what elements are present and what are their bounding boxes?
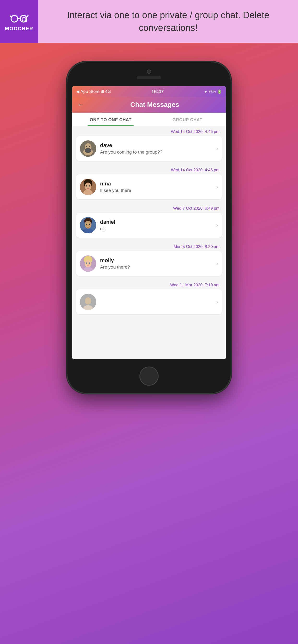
svg-point-31 <box>87 266 89 266</box>
phone-camera <box>147 70 151 74</box>
svg-line-3 <box>10 15 11 17</box>
phone-device: ◀ App Store ıll 4G 16:47 ➤ 73% 🔋 ← Chat … <box>67 62 231 393</box>
chat-info-last <box>100 302 212 302</box>
chat-preview-dave: Are you coming to the group?? <box>100 150 212 155</box>
chat-name-daniel: daniel <box>100 219 212 225</box>
chevron-dave[interactable]: › <box>216 145 218 152</box>
chat-item-last: Wed,11 Mar 2020, 7:19 am <box>72 279 226 318</box>
svg-point-30 <box>89 262 90 264</box>
svg-point-11 <box>86 146 87 147</box>
svg-point-12 <box>89 146 90 147</box>
chat-card-last[interactable]: › <box>76 290 222 314</box>
chat-card-daniel[interactable]: daniel ok › <box>76 213 222 238</box>
svg-point-24 <box>89 224 90 225</box>
svg-point-29 <box>86 262 87 264</box>
chat-date-molly: Mon,5 Oct 2020, 8:20 am <box>76 241 222 251</box>
phone-speaker <box>137 76 161 79</box>
chat-preview-nina: Il see you there <box>100 188 212 193</box>
chat-preview-molly: Are you there? <box>100 264 212 270</box>
chat-info-nina: nina Il see you there <box>100 181 212 193</box>
tabs-container: ONE TO ONE CHAT GROUP CHAT <box>72 112 226 126</box>
chat-list: Wed,14 Oct 2020, 4:46 pm <box>72 126 226 360</box>
chat-date-nina: Wed,14 Oct 2020, 4:46 pm <box>76 164 222 174</box>
svg-point-18 <box>87 188 89 189</box>
svg-point-16 <box>86 186 87 187</box>
back-button[interactable]: ← <box>77 101 84 108</box>
svg-point-17 <box>89 186 90 187</box>
chat-name-molly: molly <box>100 257 212 264</box>
avatar-last <box>80 294 96 310</box>
chat-date-daniel: Wed,7 Oct 2020, 6:49 pm <box>76 203 222 213</box>
chat-info-molly: molly Are you there? <box>100 257 212 270</box>
status-left: ◀ App Store ıll 4G <box>76 89 111 94</box>
svg-point-5 <box>22 17 26 21</box>
chat-date-dave: Wed,14 Oct 2020, 4:46 pm <box>76 126 222 136</box>
logo-box: MOOCHER <box>0 0 38 43</box>
chat-card-dave[interactable]: dave Are you coming to the group?? › <box>76 136 222 161</box>
chat-info-daniel: daniel ok <box>100 219 212 232</box>
chat-item-molly: Mon,5 Oct 2020, 8:20 am <box>72 241 226 279</box>
status-time: 16:47 <box>152 89 164 94</box>
avatar-nina <box>80 179 96 195</box>
avatar-daniel <box>80 217 96 233</box>
app-header: ← Chat Messages <box>72 97 226 112</box>
top-banner: MOOCHER Interact via one to one private … <box>0 0 298 43</box>
screen-content: ◀ App Store ıll 4G 16:47 ➤ 73% 🔋 ← Chat … <box>72 86 226 360</box>
svg-point-10 <box>85 148 91 153</box>
status-bar: ◀ App Store ıll 4G 16:47 ➤ 73% 🔋 <box>72 86 226 97</box>
chat-name-nina: nina <box>100 181 212 187</box>
logo-icon <box>10 12 29 24</box>
chevron-daniel[interactable]: › <box>216 222 218 228</box>
banner-description: Interact via one to one private / group … <box>38 9 298 34</box>
chat-card-molly[interactable]: molly Are you there? › <box>76 251 222 276</box>
chevron-last[interactable]: › <box>216 298 218 305</box>
header-title: Chat Messages <box>89 101 221 108</box>
chat-card-nina[interactable]: nina Il see you there › <box>76 174 222 199</box>
status-right: ➤ 73% 🔋 <box>204 89 222 94</box>
svg-line-4 <box>27 15 28 17</box>
tab-one-to-one[interactable]: ONE TO ONE CHAT <box>72 112 149 126</box>
svg-point-23 <box>86 224 87 225</box>
chat-info-dave: dave Are you coming to the group?? <box>100 142 212 155</box>
phone-wrapper: ◀ App Store ıll 4G 16:47 ➤ 73% 🔋 ← Chat … <box>0 43 298 393</box>
chat-item-dave: Wed,14 Oct 2020, 4:46 pm <box>72 126 226 164</box>
chat-item-daniel: Wed,7 Oct 2020, 6:49 pm <box>72 203 226 241</box>
avatar-molly <box>80 256 96 272</box>
tab-group-chat[interactable]: GROUP CHAT <box>149 112 226 126</box>
svg-point-34 <box>85 297 91 304</box>
chevron-molly[interactable]: › <box>216 260 218 267</box>
chat-item-nina: Wed,14 Oct 2020, 4:46 pm <box>72 164 226 203</box>
logo-text: MOOCHER <box>5 26 33 32</box>
phone-top-bar <box>67 70 231 79</box>
phone-screen: ◀ App Store ıll 4G 16:47 ➤ 73% 🔋 ← Chat … <box>72 86 226 360</box>
phone-home-button[interactable] <box>139 366 159 386</box>
chat-preview-daniel: ok <box>100 226 212 232</box>
avatar-dave <box>80 140 96 157</box>
chat-date-last: Wed,11 Mar 2020, 7:19 am <box>76 279 222 290</box>
chat-name-dave: dave <box>100 142 212 148</box>
chevron-nina[interactable]: › <box>216 184 218 190</box>
svg-point-0 <box>11 15 18 22</box>
